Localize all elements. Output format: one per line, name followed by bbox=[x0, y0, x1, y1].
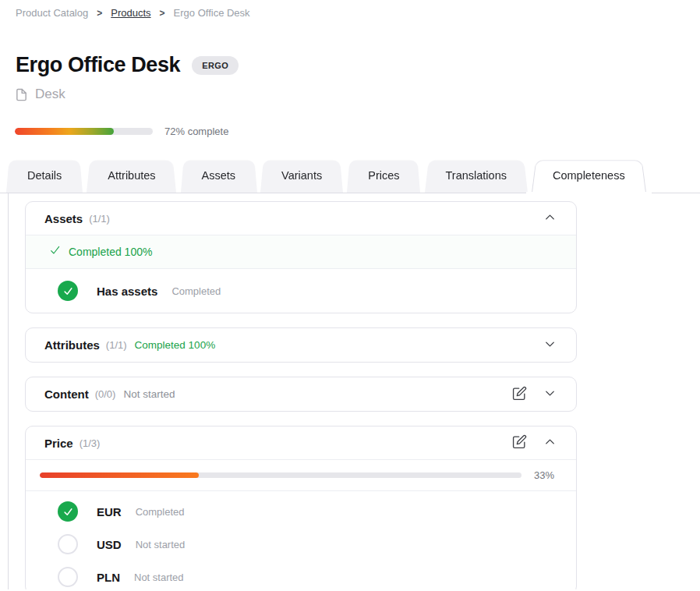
product-template-row: Desk bbox=[0, 87, 700, 102]
chevron-down-icon bbox=[543, 337, 557, 354]
sku-badge: ERGO bbox=[192, 56, 239, 75]
section-price: Price (1/3) bbox=[25, 426, 577, 589]
breadcrumb-separator: > bbox=[97, 8, 102, 19]
section-attributes-header[interactable]: Attributes (1/1) Completed 100% bbox=[26, 328, 576, 362]
completeness-progress-label: 72% complete bbox=[164, 126, 228, 137]
section-summary-label: Completed 100% bbox=[69, 246, 152, 258]
price-progress-label: 33% bbox=[534, 469, 554, 481]
tab-bar: Details Attributes Assets Variants Price… bbox=[0, 154, 700, 193]
tab-assets[interactable]: Assets bbox=[181, 157, 257, 193]
chevron-up-icon bbox=[543, 210, 557, 227]
section-content-header[interactable]: Content (0/0) Not started bbox=[26, 377, 576, 411]
price-progress-row: 33% bbox=[26, 460, 576, 491]
edit-icon bbox=[512, 434, 527, 451]
tab-completeness[interactable]: Completeness bbox=[532, 157, 646, 193]
empty-circle-icon bbox=[58, 534, 78, 554]
section-status: Not started bbox=[123, 388, 175, 400]
section-title: Assets bbox=[44, 212, 83, 225]
price-items: EUR Completed USD Not started PLN Not st… bbox=[26, 491, 576, 589]
collapse-button[interactable] bbox=[543, 210, 557, 227]
section-assets-header[interactable]: Assets (1/1) bbox=[26, 202, 576, 235]
product-header: Ergo Office Desk ERGO bbox=[0, 53, 700, 77]
section-content: Content (0/0) Not started bbox=[25, 377, 577, 412]
completeness-progress-bar bbox=[15, 128, 153, 135]
requirement-row: USD Not started bbox=[26, 528, 576, 561]
section-count: (1/3) bbox=[80, 437, 101, 449]
empty-circle-icon bbox=[58, 567, 78, 587]
product-template: Desk bbox=[35, 87, 65, 102]
breadcrumb-item-current: Ergo Office Desk bbox=[174, 7, 250, 19]
completeness-progress-row: 72% complete bbox=[0, 126, 700, 137]
chevron-down-icon bbox=[543, 386, 557, 403]
check-icon bbox=[49, 244, 62, 260]
section-title: Price bbox=[44, 437, 73, 450]
check-circle-icon bbox=[58, 281, 78, 301]
page-title: Ergo Office Desk bbox=[16, 53, 180, 77]
requirement-status: Completed bbox=[136, 506, 185, 518]
requirement-status: Not started bbox=[134, 572, 184, 583]
completeness-panel: Assets (1/1) Completed 100% Has assets C… bbox=[8, 193, 700, 589]
section-count: (1/1) bbox=[106, 339, 127, 351]
breadcrumb-item-products[interactable]: Products bbox=[111, 7, 150, 19]
section-count: (0/0) bbox=[95, 388, 116, 400]
tab-translations[interactable]: Translations bbox=[425, 157, 528, 193]
edit-button[interactable] bbox=[512, 386, 527, 403]
completeness-progress-fill bbox=[15, 128, 114, 135]
requirement-status: Completed bbox=[171, 285, 221, 297]
requirement-label: EUR bbox=[97, 505, 122, 518]
requirement-status: Not started bbox=[136, 539, 186, 550]
requirement-label: PLN bbox=[97, 571, 120, 584]
section-price-header[interactable]: Price (1/3) bbox=[26, 426, 576, 460]
section-status: Completed 100% bbox=[135, 339, 216, 351]
expand-button[interactable] bbox=[543, 337, 557, 354]
tab-attributes[interactable]: Attributes bbox=[87, 157, 176, 193]
requirement-label: Has assets bbox=[97, 285, 157, 298]
section-count: (1/1) bbox=[89, 213, 110, 225]
requirement-row: EUR Completed bbox=[26, 495, 576, 528]
section-title: Content bbox=[44, 388, 89, 401]
section-assets-summary: Completed 100% bbox=[26, 235, 576, 269]
breadcrumb: Product Catalog > Products > Ergo Office… bbox=[0, 0, 700, 19]
collapse-button[interactable] bbox=[543, 434, 557, 451]
breadcrumb-separator: > bbox=[160, 8, 165, 19]
edit-button[interactable] bbox=[512, 434, 527, 451]
section-attributes: Attributes (1/1) Completed 100% bbox=[25, 327, 577, 363]
section-title: Attributes bbox=[44, 338, 100, 352]
chevron-up-icon bbox=[543, 434, 557, 451]
requirement-row: Has assets Completed bbox=[26, 269, 576, 313]
file-icon bbox=[15, 87, 28, 102]
requirement-row: PLN Not started bbox=[26, 561, 576, 589]
requirement-label: USD bbox=[97, 538, 122, 551]
check-circle-icon bbox=[58, 501, 78, 522]
tab-details[interactable]: Details bbox=[6, 157, 83, 193]
expand-button[interactable] bbox=[543, 386, 557, 403]
tab-prices[interactable]: Prices bbox=[347, 157, 420, 193]
price-progress-fill bbox=[40, 472, 199, 478]
tab-variants[interactable]: Variants bbox=[260, 157, 343, 193]
price-progress-bar bbox=[40, 472, 521, 478]
section-assets: Assets (1/1) Completed 100% Has assets C… bbox=[25, 201, 577, 313]
breadcrumb-item-catalog[interactable]: Product Catalog bbox=[16, 7, 88, 19]
edit-icon bbox=[512, 386, 527, 403]
